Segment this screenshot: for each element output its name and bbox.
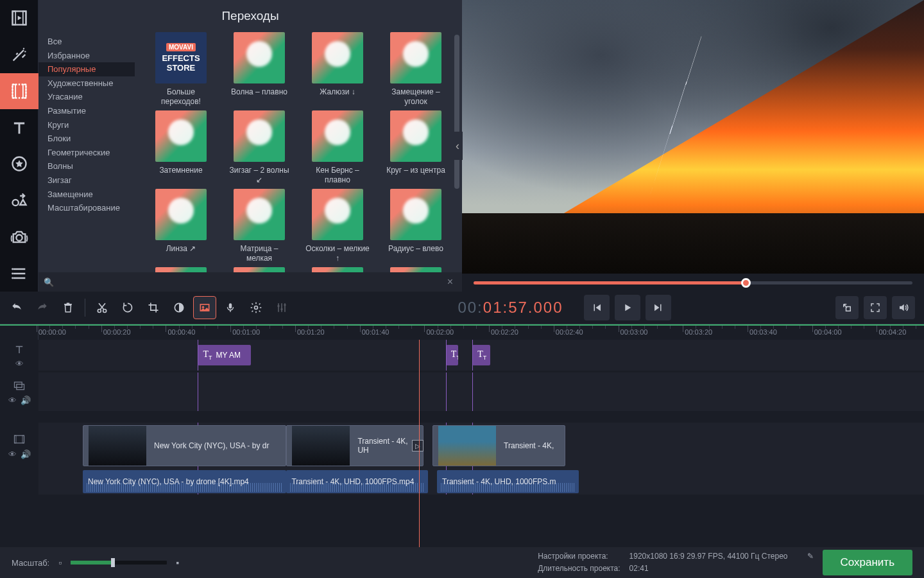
fullscreen-button[interactable]	[864, 296, 887, 319]
svg-point-18	[202, 306, 204, 308]
category-item[interactable]: Размытие	[38, 104, 135, 118]
video-clip[interactable]: Transient - 4K, UH	[286, 425, 424, 466]
svg-point-21	[277, 305, 279, 307]
project-settings-value: 1920x1080 16:9 29.97 FPS, 44100 Гц Стере…	[629, 551, 788, 562]
transition-tile[interactable]: Радиус – влево	[384, 189, 448, 263]
video-track-icon	[13, 433, 26, 446]
undo-button[interactable]	[5, 296, 28, 319]
category-item[interactable]: Художественные	[38, 76, 135, 91]
tile-label: Круг – из центра	[384, 166, 448, 185]
zoom-in-icon[interactable]: ▪	[176, 557, 179, 568]
transition-tile[interactable]: Линза ↗	[149, 189, 213, 263]
redo-button[interactable]	[31, 296, 54, 319]
mute-icon[interactable]: 🔊	[21, 396, 31, 405]
title-clip[interactable]: TT	[446, 345, 458, 365]
play-button[interactable]	[615, 295, 640, 320]
category-item[interactable]: Круги	[38, 118, 135, 132]
eye-icon[interactable]: 👁	[8, 450, 17, 459]
rail-media[interactable]	[0, 0, 38, 37]
category-item[interactable]: Замещение	[38, 188, 135, 202]
toolbar: 00:01:57.000	[0, 292, 924, 324]
ruler-label: 00:00:40	[167, 328, 195, 336]
search-clear-icon[interactable]: ×	[443, 276, 457, 288]
mute-icon[interactable]: 🔊	[21, 450, 31, 459]
svg-point-10	[16, 234, 22, 240]
popout-button[interactable]	[835, 296, 859, 319]
transition-tile[interactable]: Волна – плавно	[227, 32, 291, 107]
tile-label: Матрица – мелкая	[227, 244, 291, 263]
ruler-label: 00:02:00	[426, 328, 454, 336]
delete-button[interactable]	[56, 296, 80, 319]
cut-button[interactable]	[90, 296, 114, 319]
transition-tile[interactable]: Затемнение	[149, 110, 213, 185]
rail-titles[interactable]	[0, 109, 38, 146]
transition-wizard-button[interactable]	[193, 296, 216, 319]
tile-label: Линза ↗	[149, 244, 213, 263]
title-clip[interactable]: TTMY AM	[198, 345, 251, 365]
settings-button[interactable]	[244, 296, 268, 319]
category-item[interactable]: Все	[38, 35, 135, 49]
eye-icon[interactable]: 👁	[8, 396, 17, 405]
transition-tile[interactable]: Замещение – уголок	[384, 32, 448, 107]
crop-button[interactable]	[142, 296, 165, 319]
zoom-slider[interactable]	[71, 561, 167, 565]
category-item[interactable]: Волны	[38, 159, 135, 173]
category-item[interactable]: Угасание	[38, 90, 135, 104]
rail-stickers[interactable]	[0, 146, 38, 182]
category-item[interactable]: Масштабирование	[38, 201, 135, 215]
equalizer-button[interactable]	[270, 296, 293, 319]
audio-clip[interactable]: Transient - 4K, UHD, 1000FPS.m	[437, 470, 579, 493]
preview-video[interactable]	[462, 0, 924, 274]
prev-button[interactable]	[584, 295, 610, 320]
next-button[interactable]	[646, 295, 671, 320]
panel-collapse-handle[interactable]: ‹	[452, 132, 462, 160]
svg-point-3	[22, 48, 24, 49]
panel-title: Переходы	[38, 0, 462, 32]
ruler-label: 00:02:20	[491, 328, 518, 336]
category-item[interactable]: Зигзаг	[38, 173, 135, 188]
rail-capture[interactable]	[0, 219, 38, 256]
eye-icon[interactable]: 👁	[15, 359, 24, 369]
category-item[interactable]: Избранное	[38, 49, 135, 63]
video-clip[interactable]: New York City (NYC), USA - by dr	[83, 425, 286, 466]
rail-more[interactable]	[0, 255, 38, 292]
transition-tile[interactable]: Матрица – мелкая	[227, 189, 291, 263]
search-input[interactable]	[54, 275, 443, 289]
preview-progress[interactable]	[474, 281, 912, 285]
project-duration-label: Длительность проекта:	[538, 563, 620, 574]
tool-rail	[0, 0, 38, 292]
audio-clip[interactable]: New York City (NYC), USA - by drone [4K]…	[83, 470, 286, 493]
zoom-out-icon[interactable]: ▫	[58, 557, 62, 568]
edit-settings-icon[interactable]: ✎	[807, 551, 814, 562]
video-clip[interactable]: Transient - 4K,	[432, 425, 565, 466]
svg-point-11	[12, 268, 13, 270]
color-button[interactable]	[167, 296, 191, 319]
ruler-label: 00:04:00	[814, 328, 842, 336]
audio-clip[interactable]: Transient - 4K, UHD, 1000FPS.mp4	[286, 470, 428, 493]
transition-tile[interactable]: Жалюзи ↓	[305, 32, 370, 107]
transition-tile[interactable]: MOVAVIEFFECTSSTOREБольше переходов!	[149, 32, 213, 107]
transition-tile[interactable]: Круг – из центра	[384, 110, 448, 185]
transition-tile[interactable]: Зигзаг – 2 волны ↙	[227, 110, 291, 185]
transition-marker-icon[interactable]: ▷	[412, 440, 424, 451]
rail-shapes[interactable]	[0, 182, 38, 219]
rail-filters[interactable]	[0, 37, 38, 73]
volume-button[interactable]	[892, 296, 915, 319]
save-button[interactable]: Сохранить	[823, 550, 912, 575]
rail-transitions[interactable]	[0, 73, 38, 110]
rotate-button[interactable]	[116, 296, 139, 319]
timeline-ruler[interactable]: 00:00:0000:00:2000:00:4000:01:0000:01:20…	[0, 324, 924, 340]
category-item[interactable]: Геометрические	[38, 146, 135, 160]
zoom-label: Масштаб:	[12, 558, 49, 568]
title-clip[interactable]: TT	[472, 345, 490, 365]
svg-rect-2	[22, 12, 26, 25]
mic-button[interactable]	[219, 296, 242, 319]
category-item[interactable]: Популярные	[38, 62, 135, 76]
preview-area	[462, 0, 924, 292]
svg-rect-24	[15, 382, 22, 387]
category-item[interactable]: Блоки	[38, 132, 135, 146]
svg-point-23	[284, 304, 286, 306]
transition-tile[interactable]: Кен Бернс – плавно	[305, 110, 370, 185]
transition-tile[interactable]: Осколки – мелкие ↑	[305, 189, 370, 263]
playhead[interactable]	[419, 340, 420, 547]
